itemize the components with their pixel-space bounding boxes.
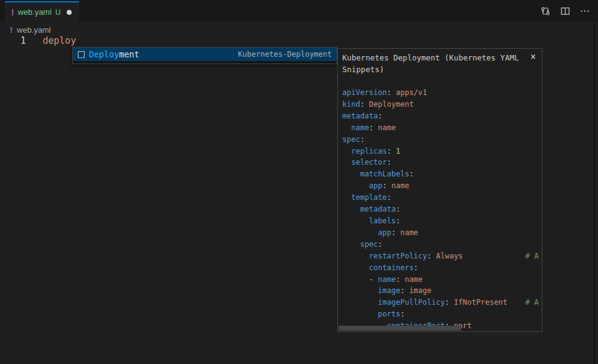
split-editor-icon[interactable]: [558, 4, 572, 18]
vscode-window: ! web.yaml U: [0, 0, 598, 364]
editor-content[interactable]: 1 deploy: [0, 35, 593, 48]
suggest-widget: Deployment Kubernetes-Deployment: [72, 47, 337, 64]
editor-actions: ⋯: [539, 0, 592, 22]
docs-code-line: metadata:: [342, 204, 542, 215]
suggest-label: Deployment: [89, 49, 139, 59]
docs-code-line: template:: [342, 192, 542, 204]
editor-scrollbar-rule: [594, 22, 595, 364]
suggest-detail: Kubernetes-Deployment: [238, 50, 332, 59]
docs-code-line: restartPolicy: Always # A: [342, 250, 542, 262]
tab-filename: web.yaml: [18, 7, 52, 17]
docs-code-line: replicas: 1: [342, 146, 542, 157]
line-number: 1: [0, 35, 26, 46]
docs-code-line: spec:: [342, 134, 542, 146]
docs-code-line: selector:: [342, 157, 542, 168]
editor-line-text: deploy: [43, 35, 76, 46]
docs-code-block: apiVersion: apps/v1kind: Deploymentmetad…: [338, 87, 542, 332]
docs-title: Kubernetes Deployment (Kubernetes YAML S…: [342, 52, 526, 75]
modified-dot-icon[interactable]: [67, 10, 72, 15]
snippet-icon: [78, 51, 85, 58]
suggest-item-deployment[interactable]: Deployment Kubernetes-Deployment: [73, 48, 337, 61]
docs-code-line: - name: name: [342, 274, 542, 286]
breadcrumb-filename: web.yaml: [17, 25, 51, 35]
breadcrumb[interactable]: ! web.yaml: [10, 23, 51, 36]
docs-code-line: imagePullPolicy: IfNotPresent # A: [342, 297, 542, 308]
suggest-docs-panel: Kubernetes Deployment (Kubernetes YAML S…: [337, 48, 542, 332]
yaml-file-icon: !: [10, 26, 12, 34]
docs-code-line: metadata:: [342, 110, 542, 122]
docs-code-line: name: name: [342, 122, 542, 134]
horizontal-scrollbar-thumb[interactable]: [339, 326, 461, 331]
docs-code-line: app: name: [342, 227, 542, 239]
tab-bar: ! web.yaml U: [0, 0, 598, 22]
close-icon[interactable]: ×: [528, 52, 538, 62]
docs-code-line: labels:: [342, 215, 542, 227]
docs-code-line: image: image: [342, 285, 542, 297]
docs-code-line: kind: Deployment: [342, 99, 542, 110]
docs-code-line: spec:: [342, 239, 542, 250]
docs-code-line: app: name: [342, 180, 542, 192]
more-actions-icon[interactable]: ⋯: [578, 4, 592, 18]
tab-web-yaml[interactable]: ! web.yaml U: [5, 1, 79, 22]
yaml-file-icon: !: [11, 8, 14, 17]
suggest-label-match: Deploy: [89, 49, 119, 59]
open-changes-icon[interactable]: [539, 4, 552, 18]
docs-code-line: ports:: [342, 308, 542, 320]
docs-code-line: apiVersion: apps/v1: [342, 87, 542, 99]
suggest-label-rest: ment: [119, 49, 140, 59]
docs-code-line: matchLabels:: [342, 168, 542, 180]
git-untracked-badge: U: [56, 8, 61, 17]
docs-code-line: containers:: [342, 262, 542, 274]
